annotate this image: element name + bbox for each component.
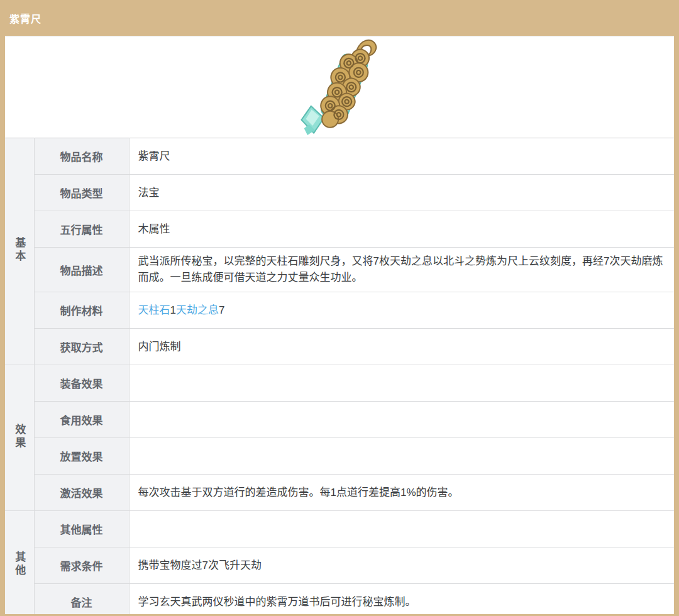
row-value: 每次攻击基于双方道行的差造成伤害。每1点道行差提高1%的伤害。	[129, 475, 674, 511]
row-label: 五行属性	[34, 211, 129, 248]
row-label: 备注	[34, 584, 129, 616]
row-value	[129, 511, 674, 547]
row-label: 获取方式	[34, 329, 129, 365]
row-label: 需求条件	[34, 547, 129, 584]
frame-right	[674, 36, 679, 616]
row-label: 放置效果	[34, 438, 129, 475]
group-label: 基本	[11, 237, 27, 263]
row-label: 物品描述	[34, 248, 129, 292]
item-detail-page: 紫霄尺	[0, 0, 679, 616]
page-title: 紫霄尺	[9, 11, 41, 26]
table-row: 需求条件携带宝物度过7次飞升天劫	[5, 547, 674, 584]
table-row: 其他其他属性	[5, 511, 674, 547]
table-row: 获取方式内门炼制	[5, 329, 674, 365]
table-row: 物品描述武当派所传秘宝，以完整的天柱石雕刻尺身，又将7枚天劫之息以北斗之势炼为尺…	[5, 248, 674, 292]
table-row: 激活效果每次攻击基于双方道行的差造成伤害。每1点道行差提高1%的伤害。	[5, 475, 674, 511]
group-cell: 基本	[5, 138, 34, 365]
material-count: 1	[170, 304, 176, 316]
table-row: 效果装备效果	[5, 365, 674, 402]
group-label: 效果	[11, 424, 27, 450]
row-value: 携带宝物度过7次飞升天劫	[129, 547, 674, 584]
row-value	[129, 365, 674, 402]
row-value: 武当派所传秘宝，以完整的天柱石雕刻尺身，又将7枚天劫之息以北斗之势炼为尺上云纹刻…	[129, 248, 674, 292]
table-row: 五行属性木属性	[5, 211, 674, 248]
row-value: 紫霄尺	[129, 138, 674, 175]
row-label: 物品类型	[34, 175, 129, 211]
material-link[interactable]: 天柱石	[138, 304, 170, 316]
group-cell: 效果	[5, 365, 34, 511]
row-value	[129, 438, 674, 475]
row-label: 制作材料	[34, 292, 129, 329]
table-row: 备注学习玄天真武两仪秒道中的紫霄万道书后可进行秘宝炼制。	[5, 584, 674, 616]
row-value: 天柱石1天劫之息7	[129, 292, 674, 329]
info-table-body: 基本物品名称紫霄尺物品类型法宝五行属性木属性物品描述武当派所传秘宝，以完整的天柱…	[5, 138, 674, 616]
row-label: 食用效果	[34, 402, 129, 438]
row-value: 学习玄天真武两仪秒道中的紫霄万道书后可进行秘宝炼制。	[129, 584, 674, 616]
group-label: 其他	[11, 551, 27, 578]
cloud-ruler-icon	[264, 34, 415, 141]
material-count: 7	[219, 304, 224, 316]
row-value: 内门炼制	[129, 329, 674, 365]
table-row: 食用效果	[5, 402, 674, 438]
row-value: 法宝	[129, 175, 674, 211]
table-row: 放置效果	[5, 438, 674, 475]
group-cell: 其他	[5, 511, 34, 616]
row-value: 木属性	[129, 211, 674, 248]
row-label: 装备效果	[34, 365, 129, 402]
table-row: 制作材料天柱石1天劫之息7	[5, 292, 674, 329]
frame-left	[0, 36, 5, 616]
row-label: 物品名称	[34, 138, 129, 175]
table-row: 物品类型法宝	[5, 175, 674, 211]
title-bar: 紫霄尺	[0, 0, 679, 36]
table-row: 基本物品名称紫霄尺	[5, 138, 674, 175]
row-label: 其他属性	[34, 511, 129, 547]
row-label: 激活效果	[34, 475, 129, 511]
item-attributes-table: 基本物品名称紫霄尺物品类型法宝五行属性木属性物品描述武当派所传秘宝，以完整的天柱…	[5, 138, 674, 616]
item-image-section	[5, 36, 674, 138]
row-value	[129, 402, 674, 438]
material-link[interactable]: 天劫之息	[176, 304, 219, 316]
